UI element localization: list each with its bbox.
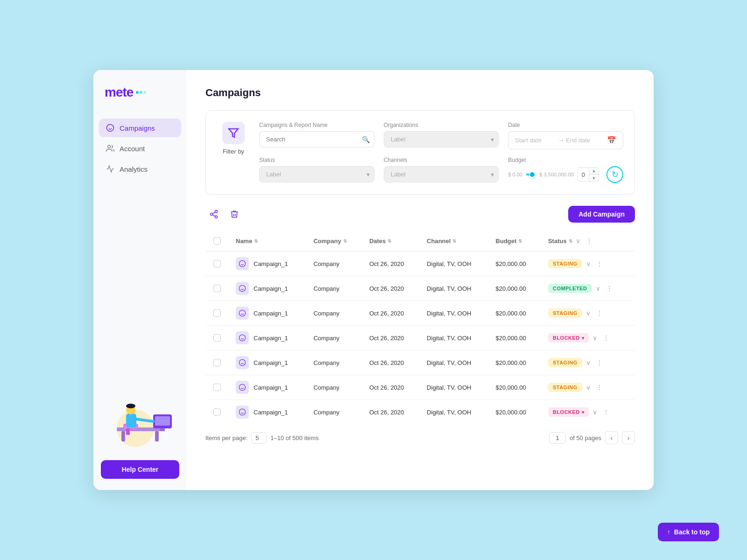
row-chevron-0[interactable]: ∨	[584, 259, 592, 268]
date-end[interactable]: End date	[566, 137, 607, 144]
delete-button[interactable]	[226, 206, 243, 223]
col-sort-status[interactable]: Status ⇅	[548, 238, 572, 245]
campaigns-table: Name ⇅ Company ⇅ Dates ⇅ Channel ⇅ Budge…	[205, 230, 635, 425]
sidebar-nav: Campaigns Account Analytics	[93, 119, 187, 178]
row-chevron-2[interactable]: ∨	[584, 308, 592, 318]
analytics-icon	[106, 164, 115, 174]
svg-point-29	[239, 310, 245, 316]
row-chevron-1[interactable]: ∨	[594, 284, 602, 293]
back-to-top-button[interactable]: ↑ Back to top	[658, 523, 719, 541]
row-checkbox-1[interactable]	[213, 285, 221, 292]
organizations-select[interactable]: Label	[384, 131, 499, 147]
campaign-company-5: Company	[306, 375, 362, 400]
row-checkbox-0[interactable]	[213, 260, 221, 267]
status-field: Status Label ▾	[259, 157, 374, 183]
filter-fields: Campaigns & Report Name 🔍 Organizations …	[259, 122, 623, 183]
campaign-company-2: Company	[306, 301, 362, 326]
col-sort-dates[interactable]: Dates ⇅	[369, 238, 391, 245]
filter-icon	[222, 122, 245, 144]
row-checkbox-5[interactable]	[213, 384, 221, 391]
row-actions-5: STAGING ∨ ⋮	[548, 383, 627, 392]
row-dots-5[interactable]: ⋮	[594, 383, 605, 392]
row-checkbox-4[interactable]	[213, 359, 221, 366]
row-actions-3: BLOCKED ▾ ∨ ⋮	[548, 333, 627, 343]
budget-decrement[interactable]: ▼	[589, 175, 599, 182]
refresh-button[interactable]: ↻	[606, 166, 623, 183]
svg-marker-17	[229, 129, 238, 137]
logo-dot-3	[143, 91, 146, 94]
status-label: Status	[259, 157, 374, 163]
campaign-channel-6: Digital, TV, OOH	[419, 400, 488, 425]
prev-page-button[interactable]: ‹	[605, 431, 618, 444]
row-actions-2: STAGING ∨ ⋮	[548, 308, 627, 318]
budget-increment[interactable]: ▲	[589, 167, 599, 175]
row-checkbox-6[interactable]	[213, 408, 221, 416]
organizations-field: Organizations Label ▾	[384, 122, 499, 149]
campaign-name-3: Campaign_1	[254, 335, 288, 342]
status-select[interactable]: Label	[259, 166, 374, 182]
sidebar: mete Campaigns Account	[93, 70, 187, 490]
help-center-button[interactable]: Help Center	[101, 460, 179, 479]
campaign-dates-2: Oct 26, 2020	[362, 301, 419, 326]
toolbar-left	[205, 206, 243, 223]
next-page-button[interactable]: ›	[622, 431, 635, 444]
channels-select[interactable]: Label	[384, 166, 499, 182]
table-row: Campaign_1 Company Oct 26, 2020 Digital,…	[206, 326, 635, 350]
campaign-dates-0: Oct 26, 2020	[362, 252, 419, 276]
row-dots-1[interactable]: ⋮	[604, 284, 614, 293]
pagination-right: 1 of 50 pages ‹ ›	[549, 431, 635, 444]
col-sort-name[interactable]: Name ⇅	[236, 238, 258, 245]
svg-point-41	[239, 409, 245, 415]
calendar-icon: 📅	[607, 136, 616, 145]
col-sort-company[interactable]: Company ⇅	[313, 238, 346, 245]
col-sort-budget[interactable]: Budget ⇅	[496, 238, 522, 245]
row-dots-6[interactable]: ⋮	[601, 407, 611, 417]
page-number-input[interactable]: 1	[549, 432, 566, 444]
filter-icon-area: Filter by	[217, 122, 250, 155]
col-sort-channel[interactable]: Channel ⇅	[427, 238, 456, 245]
svg-point-26	[239, 285, 245, 291]
row-checkbox-3[interactable]	[213, 334, 221, 342]
row-checkbox-2[interactable]	[213, 309, 221, 317]
status-col-chevron[interactable]: ∨	[574, 236, 582, 245]
add-campaign-button[interactable]: Add Campaign	[568, 206, 635, 223]
row-chevron-4[interactable]: ∨	[584, 358, 592, 367]
row-dots-3[interactable]: ⋮	[601, 333, 611, 343]
budget-slider[interactable]	[526, 174, 536, 175]
svg-rect-6	[121, 431, 125, 441]
items-per-page-select[interactable]: 5 10 25	[251, 432, 267, 444]
campaign-channel-1: Digital, TV, OOH	[419, 276, 488, 301]
row-dots-2[interactable]: ⋮	[594, 308, 605, 318]
sidebar-item-label-analytics: Analytics	[120, 165, 148, 173]
share-button[interactable]	[205, 206, 222, 223]
table-row: Campaign_1 Company Oct 26, 2020 Digital,…	[206, 400, 635, 425]
illustration-svg	[103, 391, 177, 447]
pagination: Items per page: 5 10 25 1–10 of 500 item…	[205, 425, 635, 444]
row-chevron-5[interactable]: ∨	[584, 383, 592, 392]
row-chevron-3[interactable]: ∨	[591, 333, 599, 343]
status-col-dots[interactable]: ⋮	[584, 236, 594, 245]
items-range: 1–10 of 500 items	[270, 434, 318, 441]
campaign-name-cell-4: Campaign_1	[236, 356, 298, 369]
slider-thumb[interactable]	[529, 171, 536, 178]
svg-line-21	[212, 215, 215, 216]
sidebar-item-account[interactable]: Account	[99, 139, 181, 158]
svg-point-0	[107, 125, 114, 132]
row-chevron-6[interactable]: ∨	[591, 407, 599, 417]
select-all-checkbox[interactable]	[213, 237, 221, 245]
sidebar-item-campaigns[interactable]: Campaigns	[99, 119, 181, 137]
date-start[interactable]: Start date	[515, 137, 556, 144]
row-dots-4[interactable]: ⋮	[594, 358, 605, 367]
svg-rect-15	[160, 428, 165, 431]
sidebar-item-label-campaigns: Campaigns	[120, 124, 155, 132]
sidebar-item-analytics[interactable]: Analytics	[99, 160, 181, 178]
campaigns-search-input[interactable]	[259, 131, 374, 147]
sidebar-item-label-account: Account	[120, 145, 145, 153]
campaign-name-cell-5: Campaign_1	[236, 381, 298, 394]
row-actions-0: STAGING ∨ ⋮	[548, 259, 627, 268]
pagination-left: Items per page: 5 10 25 1–10 of 500 item…	[205, 432, 319, 444]
campaigns-report-label: Campaigns & Report Name	[259, 122, 374, 128]
campaign-avatar-3	[236, 331, 249, 344]
table-row: Campaign_1 Company Oct 26, 2020 Digital,…	[206, 276, 635, 301]
row-dots-0[interactable]: ⋮	[594, 259, 605, 268]
